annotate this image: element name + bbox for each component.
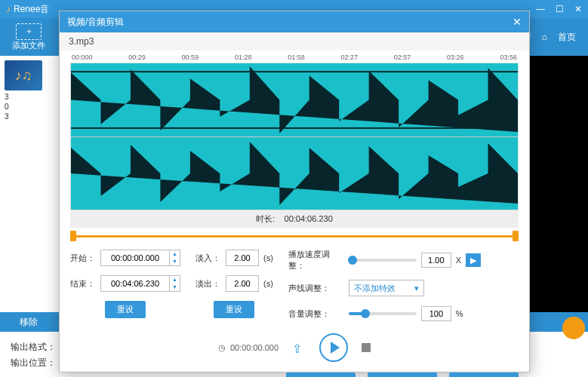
svg-rect-2 [71,127,518,129]
fadein-unit: (s) [263,253,273,262]
end-time-input[interactable] [101,279,169,288]
voice-effect-value: 不添加特效 [354,283,396,294]
range-track [70,235,519,238]
volume-suffix: % [456,309,463,318]
speed-label: 播放速度调整： [288,249,344,271]
fadeout-unit: (s) [263,279,273,288]
add-file-icon: ＋ [16,23,42,40]
voice-label: 声线调整： [288,283,344,294]
window-maximize-button[interactable]: ☐ [556,4,564,14]
dialog-close-button[interactable]: ✕ [513,16,522,28]
fadein-label: 淡入： [195,253,221,264]
file-thumbnail: ♪♫ [5,60,42,90]
ok-button[interactable]: OK [368,372,437,377]
cancel-button[interactable]: 取消 [449,372,519,377]
duration-label: 时长: [256,214,275,223]
speed-suffix: X [456,256,461,265]
dialog-titlebar: 视频/音频剪辑 ✕ [60,11,529,32]
apply-button[interactable]: 应用 [286,372,356,377]
timeline-tick: 00:29 [128,54,146,61]
timeline-tick: 01:58 [288,54,305,61]
fadeout-input[interactable] [226,275,259,292]
app-title: Renee音 [14,3,49,16]
action-orb-icon[interactable] [562,317,585,339]
stepper-down-icon[interactable]: ▼ [170,258,180,265]
volume-slider[interactable] [349,312,417,315]
svg-rect-1 [71,71,518,72]
volume-value-input[interactable] [421,306,451,321]
end-time-stepper[interactable]: ▲▼ [100,275,180,292]
dialog-subtitle: 3.mp3 [60,32,529,51]
clock-icon: ◷ [218,343,226,353]
waveform-display[interactable] [70,63,519,210]
music-note-icon: ♪ [6,4,11,14]
duration-row: 时长: 00:04:06.230 [70,210,519,228]
end-label: 结束： [70,278,96,290]
speed-value-input[interactable] [421,253,451,268]
timeline-tick: 02:57 [394,54,411,61]
waveform-channel-left [71,63,518,136]
timeline-tick: 03:56 [500,54,517,61]
reset-time-button[interactable]: 重设 [105,301,146,318]
timeline-ruler: 00:000 00:29 00:59 01:28 01:58 02:27 02:… [70,51,519,63]
file-meta-1: 0 [5,102,56,112]
play-button[interactable] [319,333,348,362]
add-file-label: 添加文件 [12,40,45,51]
timeline-tick: 00:59 [182,54,199,61]
range-end-handle[interactable] [513,231,519,241]
timeline-tick: 00:000 [72,54,93,61]
speed-slider[interactable] [349,259,417,262]
file-name: 3 [5,92,56,102]
stepper-up-icon[interactable]: ▲ [170,276,180,284]
playback-time: 00:00:00.000 [230,343,279,352]
audio-edit-dialog: 视频/音频剪辑 ✕ 3.mp3 00:000 00:29 00:59 01:28… [59,11,530,372]
fadein-input[interactable] [226,250,259,266]
timeline-tick: 03:26 [447,54,464,61]
volume-label: 音量调整： [288,308,344,320]
music-note-icon: ♪♫ [15,68,32,84]
start-label: 开始： [70,253,96,264]
home-icon: ⌂ [542,32,547,42]
dialog-title: 视频/音频剪辑 [67,16,513,29]
range-selector[interactable] [70,231,519,241]
remove-button[interactable]: 移除 [20,316,38,329]
stepper-up-icon[interactable]: ▲ [170,250,180,258]
fadeout-label: 淡出： [195,278,221,290]
home-link[interactable]: 首页 [558,31,576,44]
file-list-item[interactable]: ♪♫ 3 0 3 [5,60,56,121]
start-time-stepper[interactable]: ▲▼ [100,250,180,266]
playback-controls: ◷ 00:00:00.000 ⇪ [70,323,519,368]
waveform-channel-right [71,137,518,210]
start-time-input[interactable] [101,253,169,262]
chevron-down-icon: ▾ [414,284,419,293]
timeline-tick: 01:28 [235,54,252,61]
file-list-sidebar: ♪♫ 3 0 3 [0,56,60,312]
preview-play-icon[interactable]: ▶ [466,253,481,267]
add-file-button[interactable]: ＋ 添加文件 [12,23,45,51]
window-minimize-button[interactable]: — [536,4,545,14]
stop-button[interactable] [362,343,371,352]
range-start-handle[interactable] [70,231,76,241]
voice-effect-dropdown[interactable]: 不添加特效 ▾ [349,280,424,296]
play-icon [331,342,340,354]
timeline-tick: 02:27 [340,54,358,61]
reset-fade-button[interactable]: 重设 [214,301,254,318]
stepper-down-icon[interactable]: ▼ [170,284,180,291]
export-icon[interactable]: ⇪ [292,342,306,354]
window-close-button[interactable]: ✕ [574,4,582,14]
dialog-footer: 应用 OK 取消 [60,368,529,377]
duration-value: 00:04:06.230 [285,214,333,223]
file-meta-2: 3 [5,112,56,121]
